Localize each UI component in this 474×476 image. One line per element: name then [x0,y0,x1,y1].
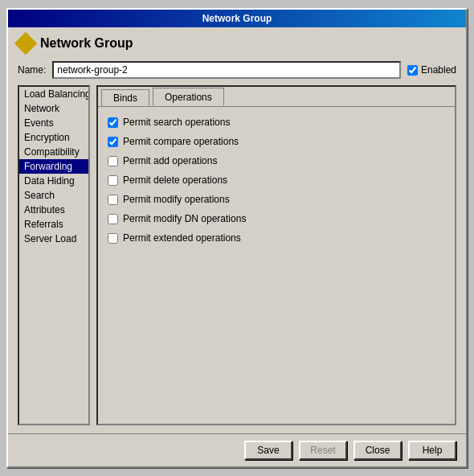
sidebar-item-data-hiding[interactable]: Data Hiding [19,174,88,188]
permit-modify-row: Permit modify operations [108,194,445,205]
header-section: Network Group [18,35,456,51]
name-label: Name: [18,64,46,76]
permit-search-label: Permit search operations [123,117,230,128]
permit-modify-dn-row: Permit modify DN operations [108,213,445,224]
tab-binds[interactable]: Binds [101,89,149,106]
permit-modify-dn-checkbox[interactable] [108,214,118,224]
permit-extended-checkbox[interactable] [108,233,118,244]
permit-add-checkbox[interactable] [108,156,118,166]
permit-add-label: Permit add operations [123,155,217,166]
permit-compare-row: Permit compare operations [108,136,445,147]
permit-extended-label: Permit extended operations [123,232,241,244]
title-bar: Network Group [8,10,466,27]
help-button[interactable]: Help [408,441,456,460]
sidebar-item-encryption[interactable]: Encryption [19,130,88,145]
permit-modify-checkbox[interactable] [108,195,118,205]
window-body: Network Group Name: Enabled Load Balanci… [8,27,466,433]
permit-modify-label: Permit modify operations [123,194,230,205]
permit-delete-checkbox[interactable] [108,175,118,186]
sidebar-item-referrals[interactable]: Referrals [19,217,88,232]
sidebar-item-server-load[interactable]: Server Load [19,232,88,246]
main-content: Load Balancing Network Events Encryption… [18,85,456,425]
enabled-row: Enabled [407,64,456,76]
close-button[interactable]: Close [353,441,402,460]
permit-compare-checkbox[interactable] [108,137,118,147]
footer: Save Reset Close Help [8,433,466,466]
section-title: Network Group [40,36,133,51]
tab-panel: Binds Operations Permit search operation… [96,85,456,425]
permit-compare-label: Permit compare operations [123,136,239,147]
permit-search-row: Permit search operations [108,117,445,128]
enabled-label: Enabled [421,64,456,76]
reset-button[interactable]: Reset [299,441,347,460]
sidebar-item-network[interactable]: Network [19,101,88,116]
permit-delete-row: Permit delete operations [108,174,445,186]
name-input[interactable] [52,61,401,79]
enabled-checkbox[interactable] [407,65,418,76]
permit-extended-row: Permit extended operations [108,232,445,244]
permit-search-checkbox[interactable] [108,117,118,128]
sidebar-item-load-balancing[interactable]: Load Balancing [19,87,88,101]
tab-operations[interactable]: Operations [153,88,224,106]
permit-add-row: Permit add operations [108,155,445,166]
sidebar-item-forwarding[interactable]: Forwarding [19,159,88,174]
sidebar-item-attributes[interactable]: Attributes [19,203,88,217]
permit-delete-label: Permit delete operations [123,174,227,186]
sidebar-item-compatibility[interactable]: Compatibility [19,145,88,159]
tab-content-operations: Permit search operations Permit compare … [98,107,455,424]
sidebar-item-search[interactable]: Search [19,188,88,203]
save-button[interactable]: Save [244,441,292,460]
main-window: Network Group Network Group Name: Enable… [6,8,468,468]
sidebar: Load Balancing Network Events Encryption… [18,85,90,425]
tab-bar: Binds Operations [98,87,455,107]
diamond-icon [14,32,37,55]
name-row: Name: Enabled [18,61,456,79]
permit-modify-dn-label: Permit modify DN operations [123,213,246,224]
sidebar-item-events[interactable]: Events [19,116,88,130]
window-title: Network Group [202,13,272,24]
